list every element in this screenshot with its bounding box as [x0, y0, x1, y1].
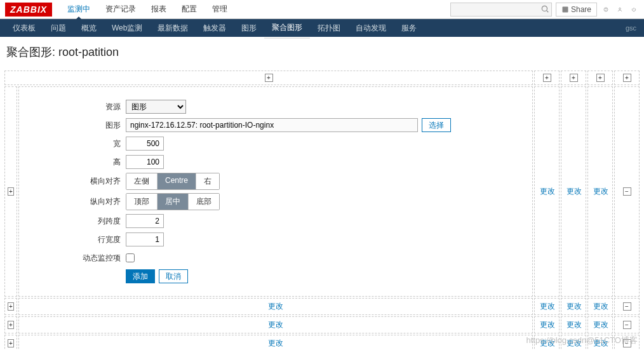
minus-icon[interactable]: − [623, 339, 631, 347]
change-link[interactable]: 更改 [567, 320, 582, 330]
minus-icon[interactable]: − [623, 321, 631, 329]
subnav-problems[interactable]: 问题 [43, 18, 74, 38]
grid-side-change-3: 更改 [587, 86, 613, 297]
change-link[interactable]: 更改 [593, 338, 608, 349]
grid-r3-c3: 更改 [587, 316, 613, 333]
grid-row-change-main-3: 更改 [18, 335, 533, 350]
grid-r4-c3: 更改 [587, 335, 613, 350]
halign-segment: 左侧 Centre 右 [126, 173, 220, 190]
subnav-web[interactable]: Web监测 [104, 18, 150, 38]
subnav-graphs[interactable]: 图形 [234, 18, 264, 38]
height-label: 高 [23, 157, 126, 168]
plus-icon[interactable]: + [265, 74, 273, 82]
plus-icon[interactable]: + [8, 321, 14, 329]
plus-icon[interactable]: + [570, 74, 578, 82]
grid-r2-c3: 更改 [587, 298, 613, 315]
svg-line-1 [547, 10, 549, 12]
valign-bottom[interactable]: 底部 [189, 194, 219, 210]
grid-top-plus-4: + [614, 71, 640, 85]
graph-input[interactable] [126, 118, 418, 132]
change-link[interactable]: 更改 [540, 320, 555, 330]
valign-middle[interactable]: 居中 [158, 194, 189, 210]
sub-nav: 仪表板 问题 概览 Web监测 最新数据 触发器 图形 聚合图形 拓扑图 自动发… [0, 19, 644, 37]
add-button[interactable]: 添加 [126, 269, 155, 283]
valign-top[interactable]: 顶部 [126, 194, 158, 210]
svg-rect-2 [562, 6, 568, 12]
halign-centre[interactable]: Centre [158, 173, 196, 189]
top-nav: 监测中 资产记录 报表 配置 管理 [60, 0, 235, 19]
cancel-button[interactable]: 取消 [159, 269, 188, 283]
graph-label: 图形 [23, 120, 126, 131]
plus-icon[interactable]: + [623, 74, 631, 82]
halign-right[interactable]: 右 [196, 173, 219, 189]
change-link[interactable]: 更改 [593, 186, 608, 197]
share-label: Share [571, 5, 591, 14]
resource-select[interactable]: 图形 [126, 100, 186, 114]
change-link[interactable]: 更改 [567, 338, 582, 349]
search-box [450, 3, 552, 17]
height-input[interactable] [126, 155, 164, 169]
minus-icon[interactable]: − [623, 302, 631, 311]
help-icon[interactable] [601, 4, 611, 15]
change-link[interactable]: 更改 [567, 301, 582, 312]
colspan-input[interactable] [126, 214, 164, 228]
select-button[interactable]: 选择 [422, 118, 451, 132]
subnav-right-text: gsc [626, 24, 639, 32]
subnav-latest[interactable]: 最新数据 [150, 18, 196, 38]
change-link[interactable]: 更改 [593, 301, 608, 312]
halign-left[interactable]: 左侧 [126, 173, 158, 189]
minus-icon[interactable]: − [623, 187, 631, 196]
subnav-screens[interactable]: 聚合图形 [264, 18, 310, 39]
power-icon[interactable] [629, 4, 639, 15]
grid-top-plus-2: + [561, 71, 586, 85]
subnav-services[interactable]: 服务 [394, 18, 424, 38]
change-link[interactable]: 更改 [540, 186, 555, 197]
dynamic-checkbox[interactable] [126, 253, 135, 262]
svg-point-0 [542, 6, 547, 11]
topnav-admin[interactable]: 管理 [205, 0, 235, 19]
grid-r3-c2: 更改 [561, 316, 586, 333]
width-input[interactable] [126, 137, 164, 151]
search-input[interactable] [450, 3, 552, 17]
grid-form-cell: 资源 图形 图形 选择 宽 高 [18, 86, 533, 297]
subnav-triggers[interactable]: 触发器 [196, 18, 234, 38]
topnav-monitoring[interactable]: 监测中 [60, 0, 98, 19]
halign-label: 横向对齐 [23, 176, 126, 187]
grid-r2-minus: − [614, 298, 640, 315]
topnav-reports[interactable]: 报表 [144, 0, 174, 19]
resource-label: 资源 [23, 102, 126, 112]
change-link[interactable]: 更改 [567, 186, 582, 197]
subnav-discovery[interactable]: 自动发现 [348, 18, 394, 38]
search-icon [540, 4, 549, 13]
user-icon[interactable] [615, 4, 625, 15]
grid-side-change-2: 更改 [561, 86, 586, 297]
plus-icon[interactable]: + [8, 187, 14, 196]
grid-r4-minus: − [614, 335, 640, 350]
change-link[interactable]: 更改 [268, 338, 283, 349]
grid-r4-c1: 更改 [534, 335, 560, 350]
cell-form: 资源 图形 图形 选择 宽 高 [22, 92, 452, 291]
change-link[interactable]: 更改 [268, 301, 283, 312]
grid-left-plus-r3: + [4, 316, 17, 333]
change-link[interactable]: 更改 [540, 301, 555, 312]
subnav-maps[interactable]: 拓扑图 [310, 18, 348, 38]
plus-icon[interactable]: + [543, 74, 551, 82]
subnav-overview[interactable]: 概览 [74, 18, 104, 38]
plus-icon[interactable]: + [8, 339, 14, 347]
rowspan-input[interactable] [126, 232, 164, 246]
change-link[interactable]: 更改 [268, 320, 283, 330]
share-button[interactable]: Share [556, 3, 597, 17]
change-link[interactable]: 更改 [593, 320, 608, 330]
topnav-config[interactable]: 配置 [174, 0, 205, 19]
change-link[interactable]: 更改 [540, 338, 555, 349]
grid-row-change-main-1: 更改 [18, 298, 533, 315]
top-bar: ZABBIX 监测中 资产记录 报表 配置 管理 Share [0, 0, 644, 19]
subnav-dashboard[interactable]: 仪表板 [5, 18, 43, 38]
plus-icon[interactable]: + [8, 302, 14, 311]
screen-grid: + + + + + + 资源 图形 图形 选择 [0, 70, 644, 350]
valign-label: 纵向对齐 [23, 196, 126, 207]
topnav-inventory[interactable]: 资产记录 [98, 0, 144, 19]
plus-icon[interactable]: + [596, 74, 605, 82]
grid-side-change-1: 更改 [534, 86, 560, 297]
width-label: 宽 [23, 138, 126, 149]
